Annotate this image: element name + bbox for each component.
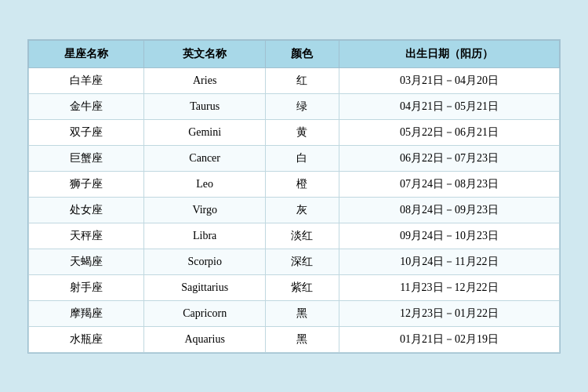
cell-english-name: Scorpio [144,249,266,274]
zodiac-table-container: 星座名称 英文名称 颜色 出生日期（阳历） 白羊座Aries红03月21日－04… [27,39,561,354]
cell-dates: 08月24日－09月23日 [339,197,559,223]
cell-chinese-name: 双子座 [29,119,144,145]
cell-color: 紫红 [266,274,339,300]
cell-chinese-name: 水瓶座 [29,326,144,352]
table-row: 巨蟹座Cancer白06月22日－07月23日 [29,145,560,171]
cell-english-name: Taurus [144,93,266,119]
table-row: 双子座Gemini黄05月22日－06月21日 [29,119,560,145]
cell-english-name: Cancer [144,145,266,171]
cell-color: 绿 [266,93,339,119]
header-chinese-name: 星座名称 [29,40,144,67]
cell-chinese-name: 金牛座 [29,93,144,119]
cell-english-name: Sagittarius [144,274,266,300]
cell-chinese-name: 处女座 [29,197,144,223]
cell-color: 淡红 [266,223,339,249]
table-row: 摩羯座Capricorn黑12月23日－01月22日 [29,300,560,326]
cell-chinese-name: 狮子座 [29,171,144,197]
cell-english-name: Aquarius [144,326,266,352]
cell-dates: 12月23日－01月22日 [339,300,559,326]
cell-chinese-name: 天秤座 [29,223,144,249]
cell-dates: 04月21日－05月21日 [339,93,559,119]
cell-dates: 10月24日－11月22日 [339,249,559,274]
cell-color: 深红 [266,249,339,274]
cell-chinese-name: 摩羯座 [29,300,144,326]
cell-english-name: Aries [144,67,266,93]
cell-english-name: Virgo [144,197,266,223]
table-row: 天秤座Libra淡红09月24日－10月23日 [29,223,560,249]
table-header-row: 星座名称 英文名称 颜色 出生日期（阳历） [29,40,560,67]
table-row: 白羊座Aries红03月21日－04月20日 [29,67,560,93]
table-row: 天蝎座Scorpio深红10月24日－11月22日 [29,249,560,274]
cell-color: 白 [266,145,339,171]
cell-chinese-name: 天蝎座 [29,249,144,274]
cell-english-name: Gemini [144,119,266,145]
cell-color: 橙 [266,171,339,197]
cell-color: 黄 [266,119,339,145]
cell-english-name: Leo [144,171,266,197]
header-color: 颜色 [266,40,339,67]
header-english-name: 英文名称 [144,40,266,67]
cell-dates: 01月21日－02月19日 [339,326,559,352]
cell-dates: 03月21日－04月20日 [339,67,559,93]
table-body: 白羊座Aries红03月21日－04月20日金牛座Taurus绿04月21日－0… [29,67,560,352]
cell-english-name: Libra [144,223,266,249]
table-row: 狮子座Leo橙07月24日－08月23日 [29,171,560,197]
cell-color: 黑 [266,326,339,352]
cell-dates: 07月24日－08月23日 [339,171,559,197]
cell-english-name: Capricorn [144,300,266,326]
cell-dates: 05月22日－06月21日 [339,119,559,145]
cell-dates: 11月23日－12月22日 [339,274,559,300]
table-row: 金牛座Taurus绿04月21日－05月21日 [29,93,560,119]
zodiac-table: 星座名称 英文名称 颜色 出生日期（阳历） 白羊座Aries红03月21日－04… [28,40,560,353]
table-row: 处女座Virgo灰08月24日－09月23日 [29,197,560,223]
cell-dates: 09月24日－10月23日 [339,223,559,249]
cell-chinese-name: 白羊座 [29,67,144,93]
table-row: 水瓶座Aquarius黑01月21日－02月19日 [29,326,560,352]
cell-color: 灰 [266,197,339,223]
cell-chinese-name: 射手座 [29,274,144,300]
table-row: 射手座Sagittarius紫红11月23日－12月22日 [29,274,560,300]
cell-color: 红 [266,67,339,93]
cell-chinese-name: 巨蟹座 [29,145,144,171]
cell-color: 黑 [266,300,339,326]
header-birthdate: 出生日期（阳历） [339,40,559,67]
cell-dates: 06月22日－07月23日 [339,145,559,171]
